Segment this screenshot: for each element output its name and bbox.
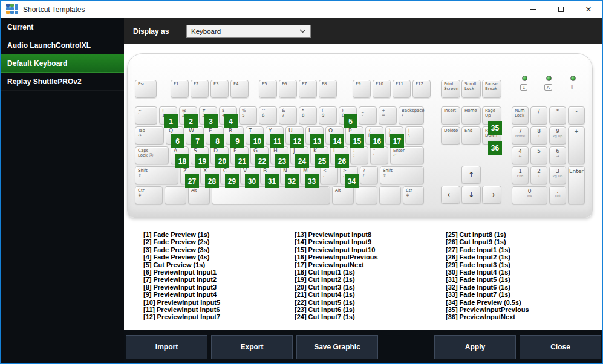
import-button[interactable]: Import [126, 335, 207, 359]
sidebar-item-default-keyboard[interactable]: Default Keyboard [1, 54, 124, 73]
key-badge-27: 27 [185, 174, 199, 188]
close-button[interactable]: Close [520, 335, 601, 359]
sidebar-item-replay-shuttleprov2[interactable]: Replay ShuttlePROv2 [1, 73, 124, 91]
key-badge-19: 19 [195, 154, 209, 168]
keyboard-key-f: F21 [230, 146, 249, 164]
keyboard-key-backspace: Backspace← [399, 106, 424, 125]
export-button[interactable]: Export [211, 335, 293, 359]
window-controls: × [519, 1, 602, 18]
keyboard-key-tab: Tab↔ [135, 126, 164, 145]
keyboard-key-1: !11 [159, 106, 177, 125]
keyboard-key-3: 3Pg Dn [549, 166, 566, 184]
shortcut-list-item: [16] PreviewInputPrevious [295, 253, 446, 261]
key-badge-10: 10 [250, 134, 264, 148]
keyboard-key-s: S19 [191, 146, 209, 164]
key-badge-23: 23 [275, 154, 289, 168]
key-badge-4: 4 [224, 114, 238, 128]
keyboard-key-home: Home [461, 106, 481, 125]
keyboard-key-: _- [359, 106, 377, 125]
keyboard-key-: * [549, 106, 566, 125]
titlebar: Shortcut Templates × [1, 1, 602, 18]
keyboard-key-x: X28 [200, 166, 218, 184]
window-title: Shortcut Templates [23, 5, 85, 14]
key-badge-3: 3 [204, 114, 218, 128]
key-badge-5: 5 [344, 114, 357, 128]
keyboard-key-ctr: Ctr∗ [135, 186, 163, 204]
keyboard-key-f8: F8 [319, 80, 337, 98]
key-badge-9: 9 [230, 134, 244, 148]
keyboard-key-: ↓ [461, 186, 481, 204]
key-badge-16: 16 [370, 134, 384, 148]
shortcut-list-item: [20] Cut Input3 (1s) [295, 284, 446, 291]
shortcut-list-item: [17] PreviewInputNext [295, 261, 446, 268]
shortcut-list-item: [13] PreviewInput Input8 [295, 231, 446, 238]
keyboard-key-: .Del [549, 186, 566, 204]
keyboard-key-k: K25 [310, 146, 328, 164]
keyboard-key-b: B31 [260, 166, 278, 184]
key-badge-36: 36 [488, 141, 502, 155]
keyboard-key-esc: Esc [135, 80, 157, 98]
keyboard-key-9: 9Pg Up [549, 126, 566, 145]
num-lock-led-icon: 1 [520, 84, 527, 91]
window-body: CurrentAudio LaunchControlXLDefault Keyb… [1, 18, 602, 363]
keyboard-key-: |\ [405, 126, 424, 145]
shortcut-list-item: [7] PreviewInput Input2 [143, 276, 295, 283]
num-lock-led [522, 76, 527, 81]
scroll-lock-led-icon: ⇩ [570, 84, 575, 90]
keyboard-key-ctr: Ctr∗ [403, 186, 424, 204]
shortcut-list-item: [1] Fade Preview (1s) [143, 231, 295, 238]
close-button[interactable]: × [575, 1, 602, 18]
minimize-button[interactable] [519, 1, 547, 18]
keyboard-key-: }]17 [385, 126, 403, 145]
shortcut-list-item: [21] Cut Input4 (1s) [295, 291, 446, 298]
keyboard-key-7: 7Home [512, 126, 529, 145]
display-as-bar: Display as Keyboard [124, 18, 603, 44]
shortcut-list-item: [26] Cut Input9 (1s) [446, 238, 597, 245]
shortcut-list-item: [22] Cut Input5 (1s) [295, 299, 446, 306]
key-badge-22: 22 [255, 154, 269, 168]
caps-lock-led [546, 76, 552, 81]
key-badge-2: 2 [184, 114, 198, 128]
chevron-down-icon [299, 29, 306, 33]
keyboard-key-f1: F1 [171, 80, 189, 98]
shortcut-list-item: [23] Cut Input6 (1s) [295, 306, 446, 313]
keyboard-key-c: C29 [220, 166, 238, 184]
keyboard-key-8: *8 [299, 106, 317, 125]
display-as-value: Keyboard [191, 28, 221, 35]
display-as-select[interactable]: Keyboard [186, 25, 311, 38]
keyboard-key-: - [568, 106, 585, 125]
keyboard-graphic: EscF1F2F3F4F5F6F7F8F9F10F11F12PrintScree… [127, 53, 593, 218]
shortcut-list-item: [8] PreviewInput Input3 [143, 284, 295, 291]
key-badge-30: 30 [245, 174, 259, 188]
keyboard-key-j: J24 [290, 146, 308, 164]
keyboard-key-f9: F9 [353, 80, 371, 98]
keyboard-key-g: G22 [250, 146, 269, 164]
caps-lock-led-icon: A [544, 84, 552, 91]
keyboard-key-end: End [461, 126, 481, 145]
keyboard-key-4: 4← [512, 146, 529, 164]
apply-button[interactable]: Apply [434, 335, 516, 359]
key-badge-14: 14 [330, 134, 344, 148]
keyboard-key-f11: F11 [393, 80, 411, 98]
shortcut-list-item: [34] Fade Preview (0.5s) [446, 299, 597, 306]
shortcut-list-item: [3] Fade Preview (3s) [143, 246, 295, 253]
display-as-label: Display as [133, 27, 177, 36]
shortcut-list-item: [29] Fade Input3 (1s) [446, 261, 597, 268]
keyboard-key-1: 1End [512, 166, 529, 184]
sidebar-item-audio-launchcontrolxl[interactable]: Audio LaunchControlXL [1, 36, 124, 54]
maximize-button[interactable] [547, 1, 575, 18]
keyboard-key-f6: F6 [279, 80, 297, 98]
sidebar: CurrentAudio LaunchControlXLDefault Keyb… [1, 18, 124, 363]
keyboard-key-shift: Shift⇧ [380, 166, 424, 184]
shortcut-list-item: [11] PreviewInput Input6 [143, 306, 295, 313]
key-badge-25: 25 [315, 154, 329, 168]
sidebar-item-current[interactable]: Current [1, 18, 124, 36]
keyboard-key-: + [568, 126, 585, 164]
key-badge-35: 35 [488, 121, 502, 135]
key-badge-7: 7 [191, 134, 204, 148]
keyboard-key-blank [356, 186, 377, 204]
save-graphic-button[interactable]: Save Graphic [296, 335, 378, 359]
keyboard-key-o: O14 [325, 126, 344, 145]
shortcut-list-item: [24] Cut Input7 (1s) [295, 313, 446, 320]
keyboard-key-4: $44 [219, 106, 237, 125]
